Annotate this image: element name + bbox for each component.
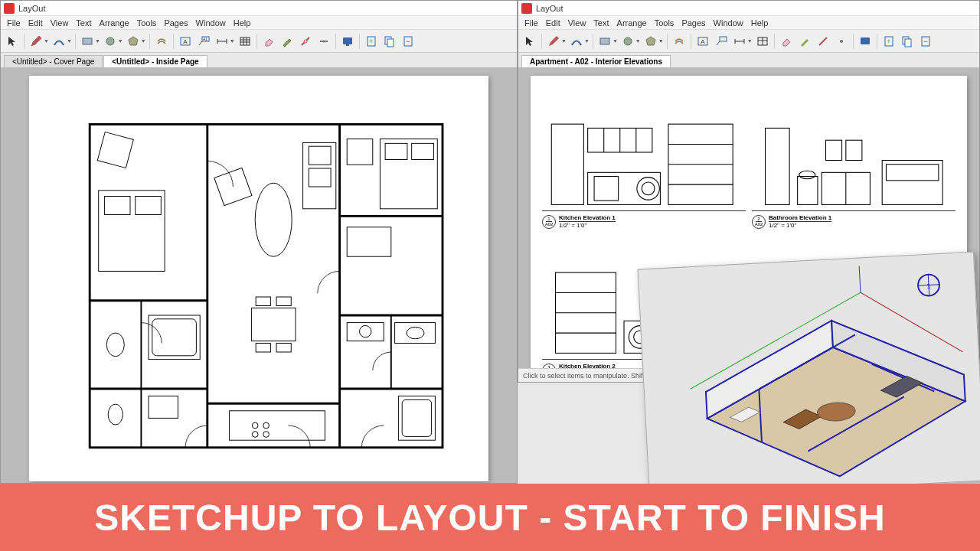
svg-rect-115 [882, 160, 942, 204]
elevation-viewport[interactable] [542, 87, 746, 211]
svg-rect-59 [412, 143, 434, 159]
duplicate-page-icon[interactable] [381, 33, 398, 50]
presentation-tool-icon[interactable] [339, 33, 356, 50]
app-icon [521, 3, 532, 14]
elevation-kitchen-1[interactable]: 1A02 Kitchen Elevation 11/2" = 1'0" [542, 87, 746, 230]
svg-rect-0 [83, 38, 92, 44]
svg-line-79 [717, 41, 720, 45]
tab-interior-elevations[interactable]: Apartment - A02 - Interior Elevations [521, 55, 671, 67]
join-tool-icon[interactable] [315, 33, 332, 50]
select-tool-icon[interactable] [4, 33, 21, 50]
menu-file[interactable]: File [3, 18, 24, 28]
menu-edit[interactable]: Edit [542, 18, 564, 28]
svg-point-55 [252, 432, 258, 438]
duplicate-page-icon[interactable] [899, 33, 916, 50]
titlebar[interactable]: LayOut [1, 1, 517, 16]
presentation-tool-icon[interactable] [857, 33, 874, 50]
separator [24, 34, 24, 49]
svg-rect-51 [276, 343, 291, 352]
svg-rect-49 [276, 297, 291, 306]
elevation-bathroom-1[interactable]: 2A02 Bathroom Elevation 11/2" = 1'0" [752, 87, 956, 230]
circle-tool-icon[interactable]: ▼ [619, 33, 641, 50]
menu-text[interactable]: Text [72, 18, 95, 28]
svg-marker-2 [129, 37, 138, 45]
svg-rect-19 [343, 37, 352, 44]
offset-tool-icon[interactable] [671, 33, 688, 50]
style-tool-icon[interactable] [279, 33, 296, 50]
menu-edit[interactable]: Edit [24, 18, 47, 28]
menu-view[interactable]: View [564, 18, 590, 28]
label-tool-icon[interactable] [713, 33, 730, 50]
offset-tool-icon[interactable] [153, 33, 170, 50]
rectangle-tool-icon[interactable]: ▼ [79, 33, 100, 50]
add-page-icon[interactable]: + [880, 33, 897, 50]
tab-cover-page[interactable]: <Untitled> - Cover Page [4, 55, 103, 67]
menu-file[interactable]: File [521, 18, 542, 28]
separator [691, 34, 691, 49]
table-tool-icon[interactable] [237, 33, 253, 50]
titlebar[interactable]: LayOut [518, 1, 979, 16]
menu-text[interactable]: Text [590, 18, 612, 28]
svg-text:A: A [701, 38, 705, 45]
menu-view[interactable]: View [47, 18, 73, 28]
select-tool-icon[interactable] [521, 33, 538, 50]
tab-inside-page[interactable]: <Untitled> - Inside Page [103, 55, 207, 67]
elevation-viewport[interactable] [752, 87, 956, 211]
separator [541, 34, 542, 49]
menu-pages[interactable]: Pages [678, 18, 709, 28]
split-tool-icon[interactable] [815, 33, 831, 50]
svg-point-1 [106, 37, 114, 45]
svg-rect-62 [395, 323, 436, 344]
floor-plan-viewport[interactable] [48, 95, 469, 462]
dimension-tool-icon[interactable]: ▼ [214, 33, 235, 50]
menu-arrange[interactable]: Arrange [96, 18, 133, 28]
add-page-icon[interactable]: + [363, 33, 380, 50]
svg-rect-47 [251, 308, 296, 341]
menu-tools[interactable]: Tools [651, 18, 678, 28]
menu-window[interactable]: Window [192, 18, 230, 28]
rectangle-tool-icon[interactable]: ▼ [596, 33, 618, 50]
text-tool-icon[interactable]: A [694, 33, 711, 50]
menu-arrange[interactable]: Arrange [613, 18, 651, 28]
delete-page-icon[interactable]: − [400, 33, 416, 50]
canvas[interactable] [1, 68, 517, 483]
banner-text: SKETCHUP TO LAYOUT - START TO FINISH [94, 497, 885, 539]
svg-point-17 [304, 40, 307, 43]
paper[interactable] [29, 76, 488, 481]
menubar: File Edit View Text Arrange Tools Pages … [1, 16, 517, 30]
menu-tools[interactable]: Tools [133, 18, 161, 28]
menu-pages[interactable]: Pages [160, 18, 191, 28]
elevation-name: Bathroom Elevation 1 [769, 214, 831, 223]
svg-rect-11 [240, 37, 250, 45]
eraser-tool-icon[interactable] [260, 33, 277, 50]
svg-point-65 [360, 325, 371, 337]
svg-rect-108 [765, 128, 789, 204]
svg-point-74 [624, 37, 632, 45]
style-tool-icon[interactable] [796, 33, 813, 50]
delete-page-icon[interactable]: − [917, 33, 934, 50]
pencil-tool-icon[interactable]: ▼ [28, 33, 49, 50]
svg-point-63 [407, 327, 424, 338]
svg-rect-61 [347, 227, 391, 256]
arc-tool-icon[interactable]: ▼ [568, 33, 590, 50]
circle-tool-icon[interactable]: ▼ [102, 33, 123, 50]
label-tool-icon[interactable]: A1 [195, 33, 212, 50]
table-tool-icon[interactable] [754, 33, 771, 50]
eraser-tool-icon[interactable] [778, 33, 795, 50]
split-tool-icon[interactable] [297, 33, 314, 50]
dimension-tool-icon[interactable]: ▼ [731, 33, 753, 50]
polygon-tool-icon[interactable]: ▼ [125, 33, 146, 50]
arc-tool-icon[interactable]: ▼ [51, 33, 72, 50]
join-tool-icon[interactable] [833, 33, 850, 50]
svg-rect-68 [149, 315, 200, 360]
svg-rect-95 [551, 124, 583, 204]
menu-window[interactable]: Window [710, 18, 747, 28]
polygon-tool-icon[interactable]: ▼ [642, 33, 664, 50]
svg-point-42 [255, 183, 292, 256]
menu-help[interactable]: Help [230, 18, 255, 28]
text-tool-icon[interactable]: A [177, 33, 194, 50]
svg-rect-72 [149, 396, 178, 419]
sketchup-3d-viewport[interactable]: 1 [637, 252, 980, 499]
pencil-tool-icon[interactable]: ▼ [545, 33, 567, 50]
menu-help[interactable]: Help [747, 18, 773, 28]
